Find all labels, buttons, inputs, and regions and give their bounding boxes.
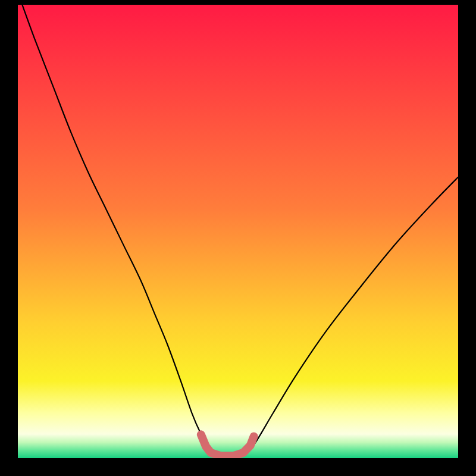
plot-area [18,5,458,458]
gradient-background [18,5,458,458]
bottleneck-chart [18,5,458,458]
chart-container: TheBottleneck.com [0,0,476,476]
